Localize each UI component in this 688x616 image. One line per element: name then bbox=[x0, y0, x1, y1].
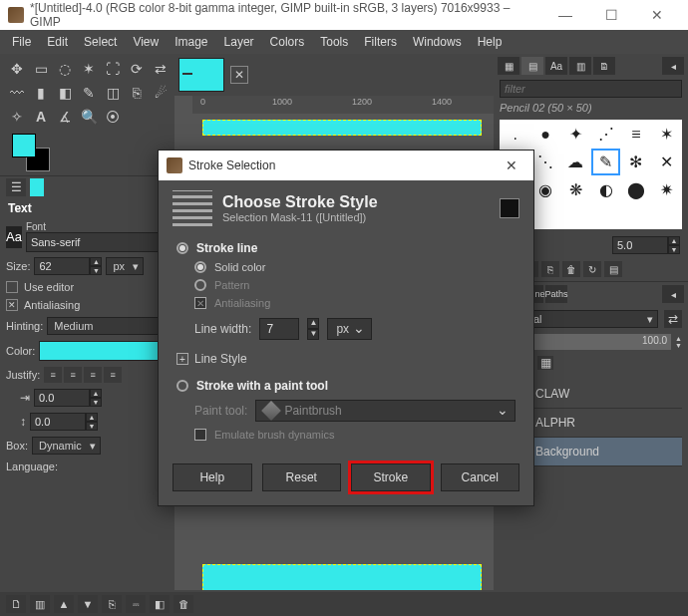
menu-view[interactable]: View bbox=[125, 31, 167, 53]
brush-item[interactable]: ⋰ bbox=[591, 121, 620, 148]
menu-layer[interactable]: Layer bbox=[216, 31, 262, 53]
menu-windows[interactable]: Windows bbox=[405, 31, 470, 53]
maximize-button[interactable]: ☐ bbox=[588, 0, 634, 30]
lock-alpha-icon[interactable]: ▦ bbox=[537, 356, 553, 370]
new-layer-icon[interactable]: 🗋 bbox=[6, 595, 26, 613]
menu-image[interactable]: Image bbox=[167, 31, 215, 53]
dup-brush-icon[interactable]: ⎘ bbox=[541, 261, 559, 277]
menu-colors[interactable]: Colors bbox=[262, 31, 313, 53]
clone-tool-icon[interactable]: ⎘ bbox=[126, 82, 148, 104]
justify-left-icon[interactable]: ≡ bbox=[44, 367, 62, 383]
size-input[interactable] bbox=[34, 257, 90, 275]
brush-item[interactable]: ✻ bbox=[621, 149, 650, 175]
size-up-icon[interactable]: ▲ bbox=[90, 257, 102, 266]
reset-button[interactable]: Reset bbox=[262, 463, 342, 491]
line-style-expand-icon[interactable]: + bbox=[176, 353, 188, 365]
raise-layer-icon[interactable]: ▲ bbox=[54, 595, 74, 613]
size-down-icon[interactable]: ▼ bbox=[90, 266, 102, 275]
flip-tool-icon[interactable]: ⇄ bbox=[150, 58, 172, 80]
fuzzy-select-icon[interactable]: ✶ bbox=[78, 58, 100, 80]
free-select-icon[interactable]: ◌ bbox=[54, 58, 76, 80]
justify-right-icon[interactable]: ≡ bbox=[64, 367, 82, 383]
help-button[interactable]: Help bbox=[172, 463, 252, 491]
close-button[interactable]: ✕ bbox=[634, 0, 680, 30]
crop-tool-icon[interactable]: ⛶ bbox=[102, 58, 124, 80]
delete-layer-icon[interactable]: 🗑 bbox=[173, 595, 193, 613]
brushes-tab-icon[interactable]: ▦ bbox=[498, 57, 519, 75]
path-tool-icon[interactable]: ✧ bbox=[6, 106, 28, 128]
tooloptions-tab-icon[interactable]: ☰ bbox=[6, 178, 26, 196]
line-spacing-input[interactable] bbox=[30, 413, 86, 431]
brush-item[interactable]: ✦ bbox=[561, 121, 590, 148]
layers-menu-icon[interactable]: ◂ bbox=[662, 285, 684, 303]
text-color-swatch[interactable] bbox=[39, 341, 169, 361]
bucket-fill-icon[interactable]: ▮ bbox=[30, 82, 52, 104]
font-preview-icon[interactable]: Aa bbox=[6, 226, 22, 248]
menu-tools[interactable]: Tools bbox=[312, 31, 356, 53]
hinting-dropdown[interactable]: Medium bbox=[47, 317, 169, 335]
open-brush-icon[interactable]: ▤ bbox=[604, 261, 622, 277]
brush-item[interactable]: ✷ bbox=[652, 176, 681, 203]
brush-item[interactable]: ◉ bbox=[530, 176, 559, 203]
menu-edit[interactable]: Edit bbox=[39, 31, 76, 53]
menu-select[interactable]: Select bbox=[76, 31, 125, 53]
pattern-radio[interactable] bbox=[194, 279, 206, 291]
brush-item[interactable]: ● bbox=[530, 121, 559, 148]
menu-filters[interactable]: Filters bbox=[356, 31, 405, 53]
line-width-down-icon[interactable]: ▼ bbox=[307, 329, 319, 340]
line-width-input[interactable]: 7 bbox=[259, 318, 299, 340]
dialog-close-icon[interactable]: ✕ bbox=[498, 157, 525, 173]
group-icon[interactable]: ▥ bbox=[30, 595, 50, 613]
cancel-button[interactable]: Cancel bbox=[441, 463, 520, 491]
lower-layer-icon[interactable]: ▼ bbox=[78, 595, 98, 613]
solid-color-radio[interactable] bbox=[194, 261, 206, 273]
image-tab-thumb[interactable] bbox=[178, 58, 224, 92]
brush-item[interactable]: ⬤ bbox=[621, 176, 650, 203]
line-width-unit-dropdown[interactable]: px bbox=[327, 318, 372, 340]
measure-tool-icon[interactable]: ∡ bbox=[54, 106, 76, 128]
stroke-line-radio[interactable] bbox=[176, 242, 188, 254]
line-width-up-icon[interactable]: ▲ bbox=[307, 318, 319, 329]
devices-tab-icon[interactable] bbox=[30, 178, 44, 196]
brush-spacing-input[interactable] bbox=[612, 236, 668, 254]
brush-item[interactable]: ◐ bbox=[591, 176, 620, 203]
paint-tool-dropdown[interactable]: Paintbrush bbox=[255, 400, 516, 422]
mode-switch-icon[interactable]: ⇄ bbox=[664, 310, 682, 328]
gradient-tool-icon[interactable]: ◧ bbox=[54, 82, 76, 104]
brush-item-selected[interactable]: ✎ bbox=[591, 149, 620, 175]
patterns-tab-icon[interactable]: ▤ bbox=[521, 57, 543, 75]
brush-item[interactable]: ≡ bbox=[621, 121, 650, 148]
brush-item[interactable]: ☁ bbox=[561, 149, 590, 175]
stroke-paint-radio[interactable] bbox=[176, 380, 188, 392]
font-input[interactable] bbox=[26, 232, 173, 252]
brush-item[interactable]: ✕ bbox=[652, 149, 681, 175]
paths-tab[interactable]: Paths bbox=[545, 285, 567, 303]
eraser-tool-icon[interactable]: ◫ bbox=[102, 82, 124, 104]
rect-select-icon[interactable]: ▭ bbox=[30, 58, 52, 80]
box-dropdown[interactable]: Dynamic bbox=[32, 437, 101, 455]
minimize-button[interactable]: — bbox=[542, 0, 588, 30]
use-editor-checkbox[interactable] bbox=[6, 281, 18, 293]
del-brush-icon[interactable]: 🗑 bbox=[562, 261, 580, 277]
merge-layer-icon[interactable]: ⎓ bbox=[126, 595, 146, 613]
brush-item[interactable]: ✶ bbox=[652, 121, 681, 148]
history-tab-icon[interactable]: ▥ bbox=[569, 57, 591, 75]
refresh-brush-icon[interactable]: ↻ bbox=[583, 261, 601, 277]
rotate-tool-icon[interactable]: ⟳ bbox=[126, 58, 148, 80]
dialog-antialias-checkbox[interactable]: ✕ bbox=[194, 297, 206, 309]
doc-tab-icon[interactable]: 🗎 bbox=[593, 57, 615, 75]
justify-center-icon[interactable]: ≡ bbox=[84, 367, 102, 383]
indent-input[interactable] bbox=[34, 389, 90, 407]
justify-fill-icon[interactable]: ≡ bbox=[104, 367, 122, 383]
fonts-tab-icon[interactable]: Aa bbox=[545, 57, 567, 75]
move-tool-icon[interactable]: ✥ bbox=[6, 58, 28, 80]
tab-menu-icon[interactable]: ◂ bbox=[662, 57, 684, 75]
mask-icon[interactable]: ◧ bbox=[150, 595, 170, 613]
pencil-tool-icon[interactable]: ✎ bbox=[78, 82, 100, 104]
brush-filter-input[interactable] bbox=[500, 80, 682, 98]
image-tab-close-icon[interactable]: ✕ bbox=[230, 66, 248, 84]
menu-file[interactable]: File bbox=[4, 31, 39, 53]
brush-item[interactable]: ⋱ bbox=[530, 149, 559, 175]
menu-help[interactable]: Help bbox=[470, 31, 511, 53]
text-tool-icon[interactable]: A bbox=[30, 106, 52, 128]
